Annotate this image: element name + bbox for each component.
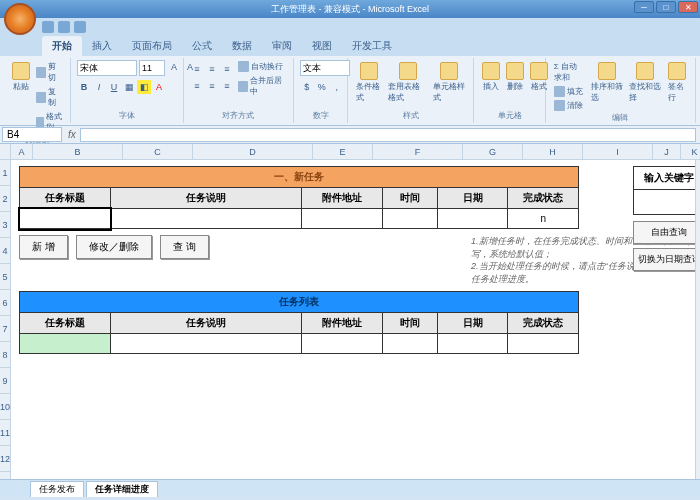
cell[interactable] [437, 209, 508, 229]
align-left-icon[interactable]: ≡ [190, 79, 204, 93]
sign-button[interactable]: 签名行 [666, 60, 689, 105]
col-header-k[interactable]: K [681, 144, 700, 159]
minimize-button[interactable]: ─ [634, 1, 654, 13]
cut-button[interactable]: 剪切 [34, 60, 64, 84]
row-header-9[interactable]: 9 [0, 368, 10, 394]
col-header-i[interactable]: I [583, 144, 653, 159]
col-header-h[interactable]: H [523, 144, 583, 159]
paste-button[interactable]: 粘贴 [10, 60, 32, 94]
tab-data[interactable]: 数据 [222, 36, 262, 56]
active-cell-b4[interactable] [20, 209, 111, 229]
tab-dev[interactable]: 开发工具 [342, 36, 402, 56]
cell[interactable] [110, 209, 301, 229]
delete-cell-button[interactable]: 删除 [504, 60, 526, 94]
table-format-button[interactable]: 套用表格格式 [386, 60, 429, 105]
clear-button[interactable]: 清除 [552, 99, 587, 112]
bold-button[interactable]: B [77, 80, 91, 94]
merge-button[interactable]: 合并后居中 [236, 74, 287, 98]
save-icon[interactable] [42, 21, 54, 33]
align-right-icon[interactable]: ≡ [220, 79, 234, 93]
grid[interactable]: ABCDEFGHIJK 一、新任务 任务标题 任务说明 附件地址 时间 日期 完… [11, 144, 700, 479]
copy-button[interactable]: 复制 [34, 85, 64, 109]
number-format-select[interactable] [300, 60, 350, 76]
add-button[interactable]: 新 增 [19, 235, 68, 259]
col-status: 完成状态 [508, 313, 579, 334]
cell[interactable] [302, 334, 383, 354]
grow-font-icon[interactable]: A [167, 60, 181, 74]
comma-icon[interactable]: , [330, 80, 344, 94]
tab-layout[interactable]: 页面布局 [122, 36, 182, 56]
col-header-a[interactable]: A [11, 144, 33, 159]
close-button[interactable]: ✕ [678, 1, 698, 13]
align-mid-icon[interactable]: ≡ [205, 62, 219, 76]
select-all-corner[interactable] [0, 144, 10, 160]
cell[interactable] [437, 334, 508, 354]
free-query-button[interactable]: 自由查询 [633, 221, 700, 244]
cond-format-button[interactable]: 条件格式 [354, 60, 384, 105]
tab-insert[interactable]: 插入 [82, 36, 122, 56]
row-header-7[interactable]: 7 [0, 316, 10, 342]
font-size-select[interactable] [139, 60, 165, 76]
insert-cell-button[interactable]: 插入 [480, 60, 502, 94]
undo-icon[interactable] [58, 21, 70, 33]
fx-icon[interactable]: fx [64, 129, 80, 140]
tab-home[interactable]: 开始 [42, 36, 82, 56]
align-top-icon[interactable]: ≡ [190, 62, 204, 76]
find-button[interactable]: 查找和选择 [627, 60, 663, 105]
row-header-11[interactable]: 11 [0, 420, 10, 446]
cell[interactable] [382, 334, 437, 354]
row-header-1[interactable]: 1 [0, 160, 10, 186]
col-header-b[interactable]: B [33, 144, 123, 159]
row-header-12[interactable]: 12 [0, 446, 10, 472]
sort-button[interactable]: 排序和筛选 [589, 60, 625, 105]
col-header-e[interactable]: E [313, 144, 373, 159]
align-center-icon[interactable]: ≡ [205, 79, 219, 93]
row-header-4[interactable]: 4 [0, 238, 10, 264]
sheet-tab-1[interactable]: 任务发布 [30, 481, 84, 497]
italic-button[interactable]: I [92, 80, 106, 94]
cell-status[interactable]: n [508, 209, 579, 229]
col-header-j[interactable]: J [653, 144, 681, 159]
font-name-select[interactable] [77, 60, 137, 76]
name-box[interactable] [2, 127, 62, 142]
edit-delete-button[interactable]: 修改／删除 [76, 235, 152, 259]
tab-formula[interactable]: 公式 [182, 36, 222, 56]
cell[interactable] [20, 334, 111, 354]
formula-bar[interactable] [80, 128, 696, 142]
tab-view[interactable]: 视图 [302, 36, 342, 56]
align-bot-icon[interactable]: ≡ [220, 62, 234, 76]
row-header-5[interactable]: 5 [0, 264, 10, 290]
vertical-scrollbar[interactable] [695, 160, 700, 479]
col-header-g[interactable]: G [463, 144, 523, 159]
row-header-6[interactable]: 6 [0, 290, 10, 316]
border-button[interactable]: ▦ [122, 80, 136, 94]
tab-review[interactable]: 审阅 [262, 36, 302, 56]
date-query-button[interactable]: 切换为日期查询 [633, 248, 700, 271]
cell[interactable] [382, 209, 437, 229]
fill-button[interactable]: 填充 [552, 85, 587, 98]
currency-icon[interactable]: $ [300, 80, 314, 94]
underline-button[interactable]: U [107, 80, 121, 94]
cell[interactable] [302, 209, 383, 229]
col-header-c[interactable]: C [123, 144, 193, 159]
redo-icon[interactable] [74, 21, 86, 33]
wrap-text-button[interactable]: 自动换行 [236, 60, 287, 73]
fill-color-button[interactable]: ◧ [137, 80, 151, 94]
col-header-d[interactable]: D [193, 144, 313, 159]
cell[interactable] [110, 334, 301, 354]
cell[interactable] [508, 334, 579, 354]
row-header-3[interactable]: 3 [0, 212, 10, 238]
row-header-10[interactable]: 10 [0, 394, 10, 420]
col-header-f[interactable]: F [373, 144, 463, 159]
row-header-8[interactable]: 8 [0, 342, 10, 368]
sheet-tab-2[interactable]: 任务详细进度 [86, 481, 158, 497]
cell-style-button[interactable]: 单元格样式 [431, 60, 467, 105]
autosum-button[interactable]: Σ 自动求和 [552, 60, 587, 84]
search-input[interactable] [634, 190, 700, 214]
percent-icon[interactable]: % [315, 80, 329, 94]
row-header-2[interactable]: 2 [0, 186, 10, 212]
query-button[interactable]: 查 询 [160, 235, 209, 259]
maximize-button[interactable]: □ [656, 1, 676, 13]
office-button[interactable] [4, 3, 36, 35]
font-color-button[interactable]: A [152, 80, 166, 94]
